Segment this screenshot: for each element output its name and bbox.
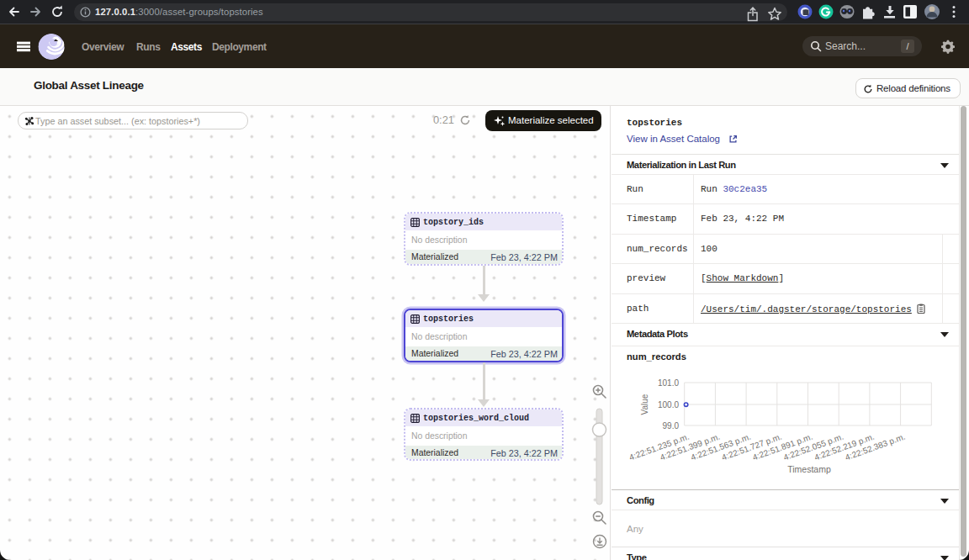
svg-text:99.0: 99.0: [663, 421, 680, 431]
svg-text:101.0: 101.0: [658, 378, 679, 388]
svg-text:Timestamp: Timestamp: [787, 464, 831, 474]
svg-text:Value: Value: [640, 394, 649, 415]
svg-text:100.0: 100.0: [658, 400, 679, 409]
